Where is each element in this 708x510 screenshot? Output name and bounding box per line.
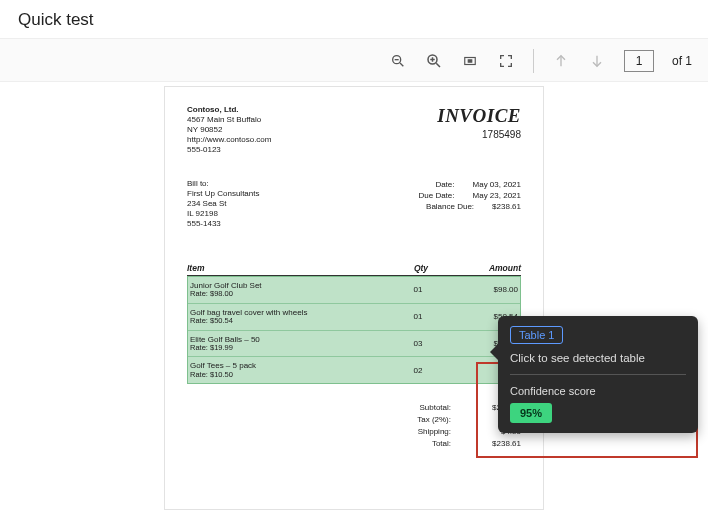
document-area: Contoso, Ltd. 4567 Main St Buffalo NY 90… bbox=[0, 80, 708, 510]
tooltip-hint: Click to see detected table bbox=[510, 352, 686, 364]
from-street: 4567 Main St Buffalo bbox=[187, 115, 261, 124]
shipping-label: Shipping: bbox=[381, 426, 451, 438]
tooltip-divider bbox=[510, 374, 686, 375]
from-phone: 555-0123 bbox=[187, 145, 221, 154]
next-page-icon[interactable] bbox=[588, 52, 606, 70]
col-amount-header: Amount bbox=[451, 263, 521, 273]
viewer-toolbar: 1 of 1 bbox=[0, 38, 708, 82]
due-date-label: Due Date: bbox=[395, 190, 455, 201]
due-date-value: May 23, 2021 bbox=[473, 190, 521, 201]
zoom-in-icon[interactable] bbox=[425, 52, 443, 70]
svg-rect-8 bbox=[468, 60, 472, 62]
detected-table-region[interactable]: Junior Golf Club SetRate: $98.00 01 $98.… bbox=[187, 276, 521, 384]
toolbar-divider bbox=[533, 49, 534, 73]
prev-page-icon[interactable] bbox=[552, 52, 570, 70]
invoice-title-block: INVOICE 1785498 bbox=[437, 105, 521, 155]
confidence-badge: 95% bbox=[510, 403, 552, 423]
tooltip-table-badge[interactable]: Table 1 bbox=[510, 326, 563, 344]
table-row: Golf Tees – 5 packRate: $10.50 02 $21 bbox=[188, 357, 520, 383]
item-rate: Rate: $19.99 bbox=[190, 344, 388, 353]
dates-block: Date:May 03, 2021 Due Date:May 23, 2021 … bbox=[395, 179, 521, 229]
fullscreen-icon[interactable] bbox=[497, 52, 515, 70]
toolbar-right-group: 1 of 1 bbox=[389, 39, 692, 83]
balance-label: Balance Due: bbox=[414, 201, 474, 212]
bill-to-label: Bill to: bbox=[187, 179, 209, 188]
from-address-block: Contoso, Ltd. 4567 Main St Buffalo NY 90… bbox=[187, 105, 271, 155]
date-value: May 03, 2021 bbox=[473, 179, 521, 190]
total-value: $238.61 bbox=[471, 438, 521, 450]
confidence-label: Confidence score bbox=[510, 385, 686, 397]
table-row: Elite Golf Balls – 50Rate: $19.99 03 $59… bbox=[188, 331, 520, 358]
from-name: Contoso, Ltd. bbox=[187, 105, 239, 114]
invoice-title: INVOICE bbox=[437, 105, 521, 127]
invoice-number: 1785498 bbox=[437, 129, 521, 140]
svg-line-4 bbox=[436, 63, 440, 67]
table-tooltip[interactable]: Table 1 Click to see detected table Conf… bbox=[498, 316, 698, 433]
bill-street: 234 Sea St bbox=[187, 199, 227, 208]
items-table-header: Item Qty Amount bbox=[187, 263, 521, 276]
item-qty: 01 bbox=[388, 285, 448, 294]
page-title: Quick test bbox=[0, 0, 708, 38]
from-citystate: NY 90852 bbox=[187, 125, 222, 134]
subtotal-label: Subtotal: bbox=[381, 402, 451, 414]
page-count-label: of 1 bbox=[672, 54, 692, 68]
bill-citystate: IL 92198 bbox=[187, 209, 218, 218]
item-rate: Rate: $50.54 bbox=[190, 317, 388, 326]
bill-phone: 555-1433 bbox=[187, 219, 221, 228]
page-number-input[interactable]: 1 bbox=[624, 50, 654, 72]
item-qty: 01 bbox=[388, 312, 448, 321]
invoice-document: Contoso, Ltd. 4567 Main St Buffalo NY 90… bbox=[164, 86, 544, 510]
fit-width-icon[interactable] bbox=[461, 52, 479, 70]
bill-to-block: Bill to: First Up Consultants 234 Sea St… bbox=[187, 179, 259, 229]
col-qty-header: Qty bbox=[391, 263, 451, 273]
tooltip-arrow-icon bbox=[490, 344, 498, 360]
table-row: Junior Golf Club SetRate: $98.00 01 $98.… bbox=[188, 277, 520, 304]
total-label: Total: bbox=[381, 438, 451, 450]
item-qty: 03 bbox=[388, 339, 448, 348]
bill-name: First Up Consultants bbox=[187, 189, 259, 198]
table-row: Golf bag travel cover with wheelsRate: $… bbox=[188, 304, 520, 331]
zoom-out-icon[interactable] bbox=[389, 52, 407, 70]
col-item-header: Item bbox=[187, 263, 391, 273]
totals-block: Subtotal:$229.51 Tax (2%):$4.60 Shipping… bbox=[187, 402, 521, 450]
date-label: Date: bbox=[395, 179, 455, 190]
item-rate: Rate: $10.50 bbox=[190, 371, 388, 380]
svg-line-1 bbox=[400, 63, 403, 66]
tax-label: Tax (2%): bbox=[381, 414, 451, 426]
from-url: http://www.contoso.com bbox=[187, 135, 271, 144]
item-qty: 02 bbox=[388, 366, 448, 375]
item-rate: Rate: $98.00 bbox=[190, 290, 388, 299]
balance-value: $238.61 bbox=[492, 201, 521, 212]
item-amount: $98.00 bbox=[448, 285, 518, 294]
